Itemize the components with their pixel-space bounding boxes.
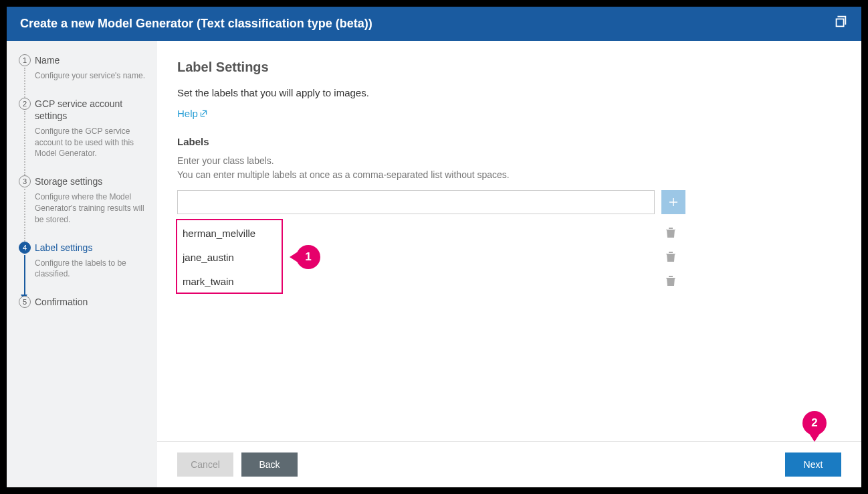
external-link-icon xyxy=(199,109,208,118)
hint-line2: You can enter multiple labels at once as… xyxy=(177,169,510,180)
footer: 2 Cancel Back Next xyxy=(157,441,861,487)
step-storage[interactable]: 3 Storage settings Configure where the M… xyxy=(19,175,148,225)
help-link[interactable]: Help xyxy=(177,108,208,119)
delete-label-button[interactable] xyxy=(663,249,679,265)
step-gcp[interactable]: 2 GCP service account settings Configure… xyxy=(19,98,148,159)
help-link-label: Help xyxy=(177,108,198,119)
plus-icon xyxy=(667,196,679,208)
trash-icon xyxy=(666,276,675,286)
footer-left: Cancel Back xyxy=(177,452,298,477)
label-input-row xyxy=(177,190,685,214)
trash-icon xyxy=(666,252,675,262)
add-label-button[interactable] xyxy=(661,190,685,214)
delete-label-button[interactable] xyxy=(663,273,679,289)
step-title: Label settings xyxy=(35,242,148,254)
step-title: Storage settings xyxy=(35,175,148,187)
label-row: herman_melville xyxy=(177,221,685,245)
page-heading: Label Settings xyxy=(177,60,841,75)
page-subtitle: Set the labels that you will apply to im… xyxy=(177,87,841,98)
step-number-icon: 2 xyxy=(19,98,31,110)
label-text: herman_melville xyxy=(177,228,255,239)
window: Create a new Model Generator (Text class… xyxy=(7,7,861,487)
labels-list: 1 herman_melville jane_austin xyxy=(177,221,685,293)
sidebar: 1 Name Configure your service's name. 2 … xyxy=(7,41,157,487)
labels-section-title: Labels xyxy=(177,136,841,147)
step-number-icon: 1 xyxy=(19,54,31,66)
labels-hint: Enter your class labels. You can enter m… xyxy=(177,154,841,182)
step-title: Confirmation xyxy=(35,296,148,308)
step-connector xyxy=(24,255,25,297)
main: Label Settings Set the labels that you w… xyxy=(157,41,861,487)
delete-label-button[interactable] xyxy=(663,225,679,241)
step-connector xyxy=(24,189,25,241)
label-row: jane_austin xyxy=(177,245,685,269)
titlebar: Create a new Model Generator (Text class… xyxy=(7,7,861,41)
label-text: jane_austin xyxy=(177,252,234,263)
library-icon[interactable] xyxy=(833,15,848,33)
step-connector xyxy=(24,111,25,175)
label-input[interactable] xyxy=(177,190,655,214)
footer-right: Next xyxy=(785,452,841,477)
step-desc: Configure the labels to be classified. xyxy=(35,258,148,280)
label-text: mark_twain xyxy=(177,276,234,287)
step-title: Name xyxy=(35,54,148,66)
step-name[interactable]: 1 Name Configure your service's name. xyxy=(19,54,148,82)
label-row: mark_twain xyxy=(177,269,685,293)
body: 1 Name Configure your service's name. 2 … xyxy=(7,41,861,487)
step-title: GCP service account settings xyxy=(35,98,148,122)
next-button[interactable]: Next xyxy=(785,452,841,477)
step-confirmation[interactable]: 5 Confirmation xyxy=(19,296,148,308)
cancel-button[interactable]: Cancel xyxy=(177,452,233,477)
content: Label Settings Set the labels that you w… xyxy=(157,41,861,441)
step-number-icon: 3 xyxy=(19,175,31,187)
step-desc: Configure your service's name. xyxy=(35,70,148,82)
step-connector xyxy=(24,68,25,98)
step-label-settings[interactable]: 4 Label settings Configure the labels to… xyxy=(19,242,148,280)
step-number-icon: 5 xyxy=(19,296,31,308)
trash-icon xyxy=(666,228,675,238)
back-button[interactable]: Back xyxy=(241,452,298,477)
page-title: Create a new Model Generator (Text class… xyxy=(20,17,372,31)
hint-line1: Enter your class labels. xyxy=(177,155,274,166)
step-desc: Configure where the Model Generator's tr… xyxy=(35,191,148,225)
step-desc: Configure the GCP service account to be … xyxy=(35,126,148,159)
step-number-icon: 4 xyxy=(19,242,31,254)
